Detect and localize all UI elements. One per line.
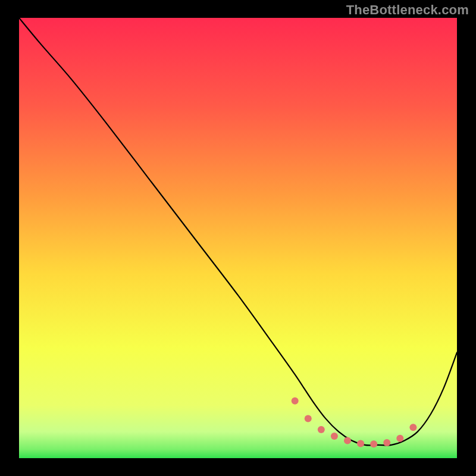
optimal-marker [344, 437, 351, 444]
optimal-marker [396, 435, 403, 442]
gradient-plot-background [19, 18, 457, 458]
optimal-marker [318, 426, 325, 433]
optimal-marker [370, 440, 377, 447]
chart-svg [0, 0, 476, 476]
optimal-marker [331, 433, 338, 440]
chart-stage: TheBottleneck.com [0, 0, 476, 476]
optimal-marker [383, 439, 390, 446]
optimal-marker [292, 397, 299, 405]
watermark-text: TheBottleneck.com [346, 2, 469, 18]
optimal-marker [305, 415, 312, 422]
optimal-marker [409, 424, 416, 431]
optimal-marker [357, 440, 364, 447]
